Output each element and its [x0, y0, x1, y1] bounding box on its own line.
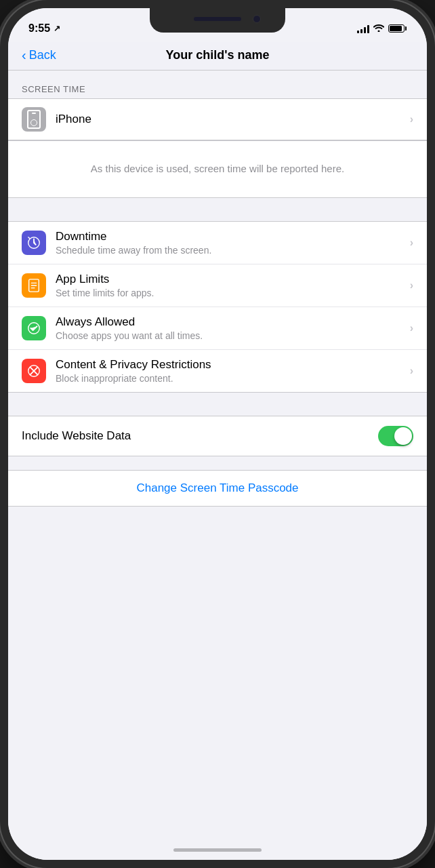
website-data-row: Include Website Data: [8, 416, 427, 456]
device-item-content: iPhone: [56, 113, 410, 126]
notch-camera: [253, 15, 261, 23]
device-list-group: iPhone ›: [8, 98, 427, 140]
app-limits-content: App Limits Set time limits for apps.: [56, 273, 410, 298]
signal-icon: [357, 24, 369, 33]
downtime-item[interactable]: Downtime Schedule time away from the scr…: [8, 222, 427, 264]
info-group: As this device is used, screen time will…: [8, 140, 427, 198]
website-data-toggle[interactable]: [378, 426, 413, 446]
home-indicator: [8, 840, 427, 860]
content-privacy-subtitle: Block inappropriate content.: [56, 373, 410, 384]
back-label: Back: [29, 48, 56, 62]
downtime-title: Downtime: [56, 230, 410, 243]
location-arrow-icon: ↗: [54, 24, 60, 33]
notch: [150, 8, 285, 33]
always-allowed-chevron-icon: ›: [410, 322, 413, 334]
back-chevron-icon: ‹: [22, 47, 26, 63]
notch-speaker: [194, 17, 241, 21]
content-privacy-content: Content & Privacy Restrictions Block ina…: [56, 358, 410, 384]
always-allowed-item[interactable]: Always Allowed Choose apps you want at a…: [8, 307, 427, 350]
main-content: SCREEN TIME iPhone › As this device is u…: [8, 71, 427, 840]
phone-frame: 9:55 ↗: [0, 0, 435, 868]
always-allowed-subtitle: Choose apps you want at all times.: [56, 330, 410, 341]
app-limits-subtitle: Set time limits for apps.: [56, 288, 410, 298]
spacer-3: [8, 456, 427, 470]
app-limits-chevron-icon: ›: [410, 279, 413, 292]
downtime-chevron-icon: ›: [410, 237, 413, 249]
spacer-4: [8, 507, 427, 530]
device-name: iPhone: [56, 113, 410, 126]
status-icons: [357, 23, 407, 34]
screen-time-info: As this device is used, screen time will…: [8, 141, 427, 197]
spacer-1: [8, 198, 427, 221]
downtime-icon: [22, 231, 46, 255]
device-list-item[interactable]: iPhone ›: [8, 99, 427, 140]
status-time: 9:55 ↗: [28, 22, 60, 35]
home-bar: [173, 848, 262, 852]
menu-list-group: Downtime Schedule time away from the scr…: [8, 221, 427, 393]
wifi-icon: [373, 23, 384, 34]
device-icon: [22, 107, 46, 132]
content-privacy-item[interactable]: Content & Privacy Restrictions Block ina…: [8, 350, 427, 392]
downtime-content: Downtime Schedule time away from the scr…: [56, 230, 410, 256]
device-chevron-icon: ›: [410, 113, 413, 125]
always-allowed-content: Always Allowed Choose apps you want at a…: [56, 315, 410, 341]
change-passcode-label: Change Screen Time Passcode: [136, 481, 298, 495]
screen-time-header: SCREEN TIME: [8, 71, 427, 98]
website-data-label: Include Website Data: [22, 429, 131, 443]
screen: 9:55 ↗: [8, 8, 427, 860]
always-allowed-icon: [22, 316, 46, 340]
change-passcode-row[interactable]: Change Screen Time Passcode: [8, 470, 427, 507]
app-limits-item[interactable]: App Limits Set time limits for apps. ›: [8, 264, 427, 307]
downtime-subtitle: Schedule time away from the screen.: [56, 245, 410, 256]
back-button[interactable]: ‹ Back: [22, 47, 56, 63]
always-allowed-title: Always Allowed: [56, 315, 410, 329]
iphone-silhouette-icon: [27, 110, 41, 129]
app-limits-title: App Limits: [56, 273, 410, 286]
battery-icon: [388, 24, 407, 33]
page-title: Your child's name: [166, 48, 270, 62]
app-limits-icon: [22, 273, 46, 298]
content-privacy-title: Content & Privacy Restrictions: [56, 358, 410, 372]
content-privacy-icon: [22, 359, 46, 383]
nav-bar: ‹ Back Your child's name: [8, 42, 427, 71]
spacer-2: [8, 393, 427, 416]
toggle-knob: [394, 427, 412, 445]
content-privacy-chevron-icon: ›: [410, 365, 413, 377]
